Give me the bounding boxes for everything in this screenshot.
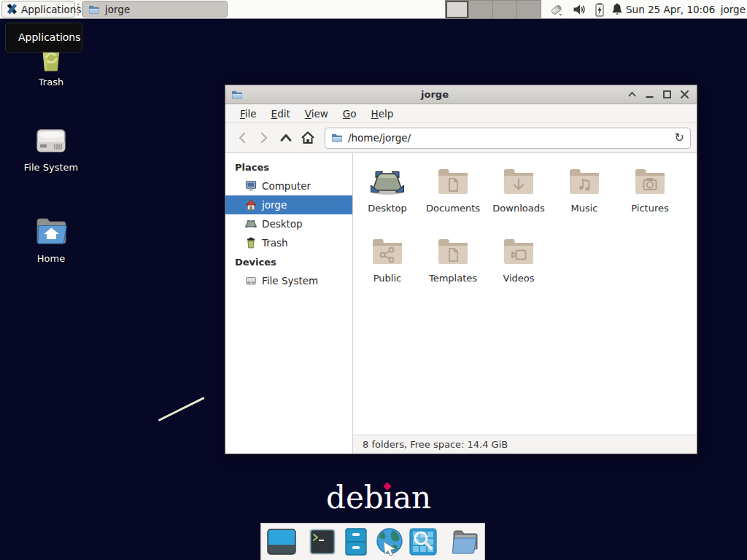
desktop-icon-label: File System <box>15 162 88 173</box>
toolbar: /home/jorge/ ↻ <box>225 123 697 153</box>
workspace-2[interactable] <box>469 0 493 19</box>
debian-logo: debıan <box>326 480 431 516</box>
computer-icon <box>245 180 257 192</box>
desktop-icon-label: Trash <box>15 77 88 88</box>
file-item-label: Desktop <box>368 203 407 214</box>
files-view: Desktop Documents <box>353 153 697 435</box>
file-item-videos[interactable]: Videos <box>486 233 551 303</box>
workspace-4[interactable] <box>517 0 541 19</box>
folder-launcher[interactable] <box>449 527 479 556</box>
file-item-label: Downloads <box>492 203 544 214</box>
shade-button[interactable] <box>627 90 637 100</box>
dock-panel <box>260 523 485 560</box>
close-button[interactable] <box>679 90 689 100</box>
sidebar-item-label: Computer <box>262 180 311 192</box>
debian-logo-i: ı <box>384 480 393 516</box>
taskbar-handle <box>77 4 80 15</box>
file-item-label: Documents <box>426 203 480 214</box>
menubar: File Edit View Go Help <box>225 104 697 123</box>
sidebar-item-trash[interactable]: Trash <box>225 233 352 252</box>
status-text: 8 folders, Free space: 14.4 GiB <box>363 439 508 450</box>
menu-file[interactable]: File <box>233 106 264 122</box>
reload-button[interactable]: ↻ <box>675 132 684 144</box>
home-icon <box>245 199 257 211</box>
trash-mini-icon <box>245 237 257 249</box>
web-browser-launcher[interactable] <box>375 527 404 556</box>
home-button[interactable] <box>297 128 319 148</box>
forward-button[interactable] <box>253 128 275 148</box>
workspace-switcher <box>445 0 541 19</box>
debian-logo-text: deb <box>326 480 384 516</box>
sidebar-item-desktop[interactable]: Desktop <box>225 214 352 233</box>
minimize-button[interactable] <box>644 90 654 100</box>
desktop-pad-icon <box>370 166 405 198</box>
file-item-label: Pictures <box>631 203 668 214</box>
sidebar-item-jorge[interactable]: jorge <box>225 195 352 214</box>
workspace-1[interactable] <box>445 0 469 19</box>
workspace-3[interactable] <box>493 0 517 19</box>
terminal-launcher[interactable] <box>308 527 337 556</box>
taskbar-window-button[interactable]: jorge <box>82 1 228 18</box>
file-manager-launcher[interactable] <box>341 527 371 556</box>
xfce-logo-icon <box>7 4 18 15</box>
back-button[interactable] <box>231 128 253 148</box>
videos-folder-icon <box>501 236 536 268</box>
desktop-icon-label: Home <box>15 253 88 264</box>
menu-edit[interactable]: Edit <box>264 106 298 122</box>
file-item-label: Templates <box>429 273 477 284</box>
window-folder-icon <box>231 90 243 100</box>
volume-tray-icon[interactable] <box>572 2 587 17</box>
menu-go[interactable]: Go <box>336 106 364 122</box>
sidebar-item-computer[interactable]: Computer <box>225 176 352 195</box>
file-item-public[interactable]: Public <box>355 233 420 303</box>
file-item-templates[interactable]: Templates <box>420 233 486 303</box>
titlebar[interactable]: jorge <box>225 85 697 104</box>
hard-drive-icon <box>34 122 69 158</box>
show-desktop-button[interactable] <box>267 527 296 556</box>
pathbar-folder-icon <box>331 133 343 143</box>
desktop-mini-icon <box>245 218 257 230</box>
sidebar: Places Computer <box>225 153 353 454</box>
file-item-documents[interactable]: Documents <box>420 163 486 233</box>
applications-menu-button[interactable]: Applications <box>1 1 75 18</box>
up-button[interactable] <box>275 128 297 148</box>
panel-clock: Sun 25 Apr, 10:06 <box>626 0 715 19</box>
file-item-label: Music <box>571 203 598 214</box>
top-panel: Applications jorge <box>0 0 747 19</box>
taskbar-window-label: jorge <box>105 4 130 15</box>
panel-user-label: jorge <box>721 0 746 19</box>
downloads-folder-icon <box>501 166 536 198</box>
desktop-icon-home[interactable]: Home <box>15 214 88 264</box>
places-header: Places <box>225 158 352 176</box>
window-title: jorge <box>243 89 627 100</box>
app-finder-launcher[interactable] <box>409 527 438 556</box>
desktop-icon-file-system[interactable]: File System <box>15 122 88 173</box>
battery-tray-icon[interactable] <box>592 2 607 17</box>
applications-tooltip: Applications <box>5 23 82 52</box>
sidebar-item-label: File System <box>262 275 318 287</box>
music-folder-icon <box>567 166 602 198</box>
file-item-desktop[interactable]: Desktop <box>355 163 420 233</box>
menu-view[interactable]: View <box>298 106 336 122</box>
path-input[interactable]: /home/jorge/ <box>348 132 670 144</box>
debian-logo-text: an <box>393 480 431 516</box>
sidebar-item-file-system[interactable]: File System <box>225 271 352 290</box>
menu-help[interactable]: Help <box>364 106 401 122</box>
pictures-folder-icon <box>632 166 667 198</box>
home-folder-icon <box>34 214 69 249</box>
file-item-music[interactable]: Music <box>551 163 617 233</box>
public-folder-icon <box>370 236 405 268</box>
file-item-pictures[interactable]: Pictures <box>617 163 683 233</box>
file-item-label: Videos <box>503 273 534 284</box>
maximize-button[interactable] <box>662 90 672 100</box>
taskbar-folder-icon <box>88 4 100 15</box>
sidebar-item-label: jorge <box>262 199 287 211</box>
templates-folder-icon <box>436 236 471 268</box>
path-bar[interactable]: /home/jorge/ ↻ <box>325 128 691 149</box>
file-item-label: Public <box>374 273 401 284</box>
notifications-bell-tray-icon[interactable] <box>610 2 624 17</box>
file-item-downloads[interactable]: Downloads <box>486 163 551 233</box>
drive-mini-icon <box>245 275 257 287</box>
input-device-tray-icon[interactable] <box>549 2 564 17</box>
sidebar-item-label: Trash <box>262 237 288 249</box>
